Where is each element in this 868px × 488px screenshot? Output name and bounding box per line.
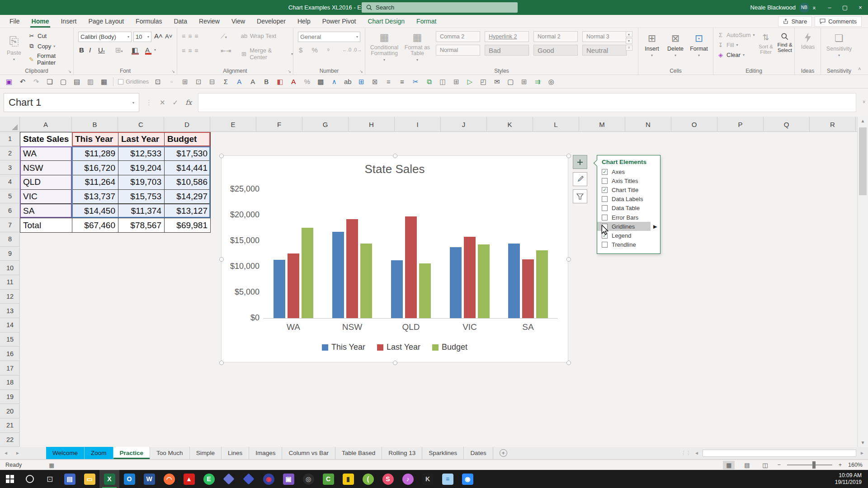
zoom-slider[interactable] xyxy=(787,465,832,465)
axis-titles-checkbox[interactable] xyxy=(602,178,608,184)
qat-border-dotted-icon[interactable]: ▫ xyxy=(167,78,176,85)
sheet-tab-lines[interactable]: Lines xyxy=(222,447,249,459)
normal-view-button[interactable]: ▦ xyxy=(723,461,735,469)
table-cell-r4c3[interactable]: $19,703 xyxy=(118,175,165,190)
qat-collapse-arrow-icon[interactable]: ∧ xyxy=(330,78,339,86)
qat-save-icon[interactable]: ▣ xyxy=(5,78,14,86)
cut-button[interactable]: ✂Cut xyxy=(28,33,47,39)
qat-email-icon[interactable]: ✉ xyxy=(492,78,501,86)
table-cell-r4c2[interactable]: $11,264 xyxy=(72,175,118,190)
insert-function-button[interactable]: fx xyxy=(185,99,192,107)
bar-VIC-last-year[interactable] xyxy=(464,237,476,318)
account-area[interactable]: Neale Blackwood NB xyxy=(750,0,809,15)
menu-tab-developer[interactable]: Developer xyxy=(251,15,292,28)
sensitivity-button[interactable]: ❏Sensitivity▾ xyxy=(826,33,853,57)
axes-checkbox[interactable]: ✓ xyxy=(602,169,608,175)
new-sheet-button[interactable]: + xyxy=(500,449,507,457)
qat-cut-icon[interactable]: ✂ xyxy=(411,78,420,86)
menu-tab-help[interactable]: Help xyxy=(292,15,316,28)
itunes-icon[interactable]: ♪ xyxy=(398,470,418,488)
fill-button[interactable]: ↧Fill▾ xyxy=(717,42,738,48)
qat-export-doc-icon[interactable]: ▢ xyxy=(506,78,515,86)
column-header-H[interactable]: H xyxy=(349,117,395,132)
fill-color-button[interactable]: ◧ xyxy=(132,46,139,55)
notes-app-icon[interactable]: ≡ xyxy=(438,470,458,488)
clear-button[interactable]: ◈Clear▾ xyxy=(717,52,745,58)
format-as-table-button[interactable]: ▦Format as Table ▾ xyxy=(402,32,432,62)
table-cell-r1c3[interactable]: Last Year xyxy=(118,132,165,147)
column-header-O[interactable]: O xyxy=(671,117,717,132)
cancel-button[interactable]: ✕ xyxy=(160,99,165,107)
chart-elements-button[interactable] xyxy=(573,155,587,169)
name-box-dropdown-icon[interactable]: ▾ xyxy=(132,101,134,105)
qat-wrap-text-icon[interactable]: ab xyxy=(343,78,352,85)
horizontal-scrollbar[interactable]: ⋮⋮ ◄ ► xyxy=(681,447,868,459)
bold-button[interactable]: B xyxy=(79,46,84,54)
qat-print-settings-icon[interactable]: ▤ xyxy=(72,78,81,86)
table-cell-r2c1[interactable]: WA xyxy=(20,146,72,161)
vertical-scrollbar[interactable]: ▲ ▼ xyxy=(857,117,868,447)
column-header-G[interactable]: G xyxy=(302,117,349,132)
zoom-level[interactable]: 160% xyxy=(848,462,863,468)
qat-print-icon[interactable]: ▦ xyxy=(99,78,108,86)
chart-object[interactable]: State Sales $0$5,000$10,000$15,000$20,00… xyxy=(221,155,568,362)
close-button[interactable]: × xyxy=(853,0,868,15)
gallery-scroll-buttons[interactable]: ▴ ▾ ≡ xyxy=(626,31,632,51)
column-header-L[interactable]: L xyxy=(533,117,579,132)
bar-QLD-budget[interactable] xyxy=(419,263,431,318)
excel-icon[interactable]: X xyxy=(99,470,119,488)
chart-element-option-axes[interactable]: ✓Axes xyxy=(597,167,660,176)
table-cell-r7c1[interactable]: Total xyxy=(20,218,72,233)
minimize-button[interactable]: – xyxy=(822,0,837,15)
page-break-view-button[interactable]: ◫ xyxy=(759,461,771,469)
sheet-tab-table-based[interactable]: Table Based xyxy=(335,447,382,459)
number-buttons[interactable]: $ % ⁹ xyxy=(299,46,333,54)
font-name-select[interactable]: Calibri (Body)▾ xyxy=(78,32,132,42)
enter-button[interactable]: ✓ xyxy=(173,99,179,107)
bar-SA-budget[interactable] xyxy=(536,250,548,318)
word-icon[interactable]: W xyxy=(139,470,159,488)
chart-resize-handle[interactable] xyxy=(566,361,571,365)
formula-input[interactable] xyxy=(198,93,856,112)
chart-resize-handle[interactable] xyxy=(219,257,224,262)
cell-style-normal-2[interactable]: Normal 2 xyxy=(533,31,578,42)
cell-style-bad[interactable]: Bad xyxy=(485,45,529,56)
outlook-icon[interactable]: O xyxy=(119,470,139,488)
underline-button[interactable]: U▾ xyxy=(98,46,105,54)
task-view-button-icon[interactable]: ⊡ xyxy=(40,470,60,488)
format-painter-button[interactable]: ✎Format Painter xyxy=(28,52,73,66)
table-cell-r3c3[interactable]: $19,204 xyxy=(118,160,165,175)
table-cell-r4c4[interactable]: $10,586 xyxy=(164,175,211,190)
sheet-tab-rolling-13[interactable]: Rolling 13 xyxy=(382,447,422,459)
table-cell-r5c1[interactable]: VIC xyxy=(20,189,72,204)
table-cell-r4c1[interactable]: QLD xyxy=(20,175,72,190)
collapse-ribbon-button[interactable]: ˄ xyxy=(858,66,861,71)
sheet-tab-column-vs-bar[interactable]: Column vs Bar xyxy=(282,447,335,459)
column-header-A[interactable]: A xyxy=(20,117,72,132)
qat-fill-color-icon[interactable]: ◧ xyxy=(275,78,284,86)
menu-tab-data[interactable]: Data xyxy=(168,15,193,28)
formula-bar-expand-icon[interactable]: ˅ xyxy=(863,99,865,104)
ribbon-display-options-icon[interactable]: ⌅ xyxy=(807,0,822,15)
snagit-icon[interactable]: S xyxy=(378,470,398,488)
qat-paste-special-icon[interactable]: ⧉ xyxy=(425,78,434,86)
zoom-app-icon[interactable]: ◉ xyxy=(458,470,477,488)
bar-SA-last-year[interactable] xyxy=(522,259,534,318)
chart-title[interactable]: State Sales xyxy=(222,162,568,176)
restore-button[interactable]: ▢ xyxy=(837,0,853,15)
qat-autosum-icon[interactable]: Σ xyxy=(221,78,230,85)
error-bars-checkbox[interactable] xyxy=(602,215,608,221)
table-cell-r6c4[interactable]: $13,127 xyxy=(164,204,211,219)
conditional-formatting-button[interactable]: ▦Conditional Formatting ▾ xyxy=(368,32,401,62)
comments-button[interactable]: Comments xyxy=(815,16,862,27)
qat-align-middle-icon[interactable]: ≡ xyxy=(384,78,393,85)
sheet-tab-images[interactable]: Images xyxy=(249,447,282,459)
grid-area[interactable]: State Sales $0$5,000$10,000$15,000$20,00… xyxy=(0,132,857,447)
kindle-icon[interactable]: K xyxy=(418,470,438,488)
qat-redo-icon[interactable]: ↷ xyxy=(32,78,41,86)
cell-style-neutral[interactable]: Neutral xyxy=(582,45,627,56)
column-header-B[interactable]: B xyxy=(72,117,118,132)
column-header-Q[interactable]: Q xyxy=(764,117,810,132)
macro-record-icon[interactable]: ▦ xyxy=(22,462,54,469)
scroll-down-icon[interactable]: ▼ xyxy=(858,440,868,445)
